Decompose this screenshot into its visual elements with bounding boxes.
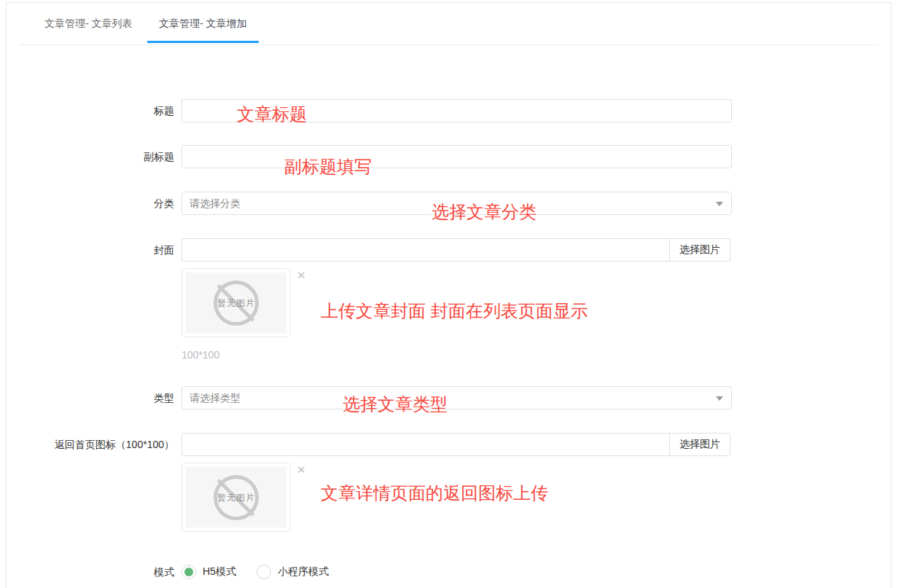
back-icon-path-input[interactable]	[182, 433, 670, 456]
mode-row: 模式 H5模式 小程序模式	[7, 564, 891, 580]
no-image-text: 暂无图片	[217, 297, 255, 309]
mode-label: 模式	[7, 564, 174, 580]
cover-preview-row: 暂无图片 ✕	[182, 268, 327, 337]
radio-h5-mode[interactable]: H5模式	[182, 565, 236, 579]
subtitle-row: 副标题	[7, 145, 891, 168]
title-input[interactable]	[182, 99, 732, 122]
radio-miniprogram-mode[interactable]: 小程序模式	[257, 565, 329, 579]
back-icon-choose-image-button[interactable]: 选择图片	[669, 433, 730, 456]
back-icon-remove-icon[interactable]: ✕	[297, 464, 306, 475]
cover-choose-image-button[interactable]: 选择图片	[669, 238, 730, 262]
tab-bar: 文章管理- 文章列表 文章管理- 文章增加	[20, 3, 878, 45]
no-image-text: 暂无图片	[217, 491, 255, 503]
back-icon-preview: 暂无图片	[182, 463, 291, 532]
tab-article-list[interactable]: 文章管理- 文章列表	[33, 3, 144, 44]
type-row: 类型	[7, 386, 891, 409]
cover-remove-icon[interactable]: ✕	[297, 270, 306, 281]
back-icon-preview-row: 暂无图片 ✕	[182, 463, 327, 532]
radio-selected-icon	[182, 565, 196, 579]
radio-miniprogram-mode-label: 小程序模式	[278, 565, 329, 579]
back-icon-label: 返回首页图标（100*100）	[7, 433, 174, 456]
category-label: 分类	[7, 192, 174, 215]
title-row: 标题	[7, 99, 891, 122]
article-form: 标题 副标题 分类 封面	[7, 45, 891, 580]
title-label: 标题	[7, 99, 174, 122]
back-icon-row: 返回首页图标（100*100） 选择图片	[7, 433, 891, 456]
tab-article-add[interactable]: 文章管理- 文章增加	[147, 3, 259, 44]
content-card: 文章管理- 文章列表 文章管理- 文章增加 标题 副标题 分类	[6, 2, 892, 588]
cover-label: 封面	[7, 238, 174, 262]
cover-size-hint: 100*100	[182, 349, 891, 361]
radio-unselected-icon	[257, 565, 271, 579]
type-label: 类型	[7, 386, 174, 409]
subtitle-input[interactable]	[182, 145, 732, 168]
cover-path-input[interactable]	[182, 238, 670, 262]
type-select[interactable]	[182, 386, 732, 409]
category-row: 分类	[7, 192, 891, 215]
no-image-icon: 暂无图片	[214, 475, 259, 520]
cover-preview: 暂无图片	[182, 268, 291, 337]
subtitle-label: 副标题	[7, 145, 174, 168]
article-add-page: 文章管理- 文章列表 文章管理- 文章增加 标题 副标题 分类	[0, 0, 901, 588]
no-image-icon: 暂无图片	[214, 281, 259, 326]
category-select[interactable]	[182, 192, 732, 215]
radio-h5-mode-label: H5模式	[203, 565, 236, 579]
cover-row: 封面 选择图片	[7, 238, 891, 262]
